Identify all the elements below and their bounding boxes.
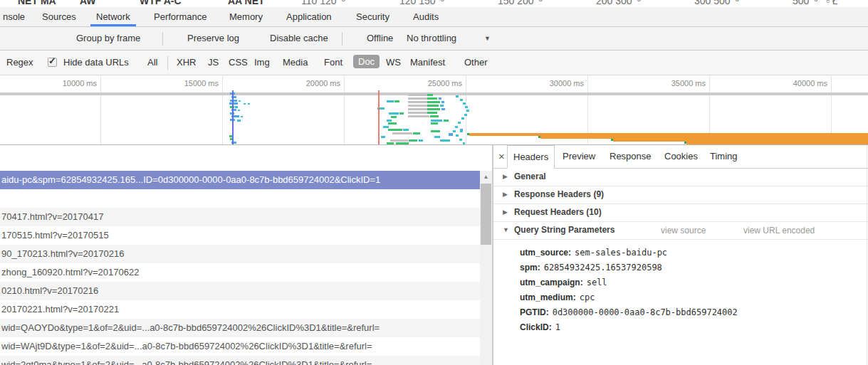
- regex-label[interactable]: Regex: [6, 57, 33, 68]
- param-row: utm_medium:cpc: [520, 289, 595, 304]
- request-row[interactable]: 20170221.html?v=20170221: [0, 300, 480, 319]
- tab-network[interactable]: Network: [96, 7, 130, 26]
- waterfall-bar: [427, 97, 437, 100]
- details-tab-preview[interactable]: Preview: [563, 145, 595, 168]
- details-tab-headers[interactable]: Headers: [507, 145, 555, 169]
- network-overview-band[interactable]: [0, 95, 868, 144]
- request-row[interactable]: 170515.html?v=20170515: [0, 226, 480, 245]
- group-by-frame-label[interactable]: Group by frame: [76, 33, 140, 43]
- waterfall-bar: [431, 122, 438, 125]
- param-key: ClickID:: [520, 322, 552, 332]
- tab-nsole[interactable]: nsole: [3, 7, 25, 26]
- request-row[interactable]: [0, 189, 480, 208]
- hide-data-urls-label[interactable]: Hide data URLs: [63, 57, 129, 68]
- view-URL-encoded-link[interactable]: view URL encoded: [743, 226, 815, 236]
- param-row: PGTID:0d300000-0000-0aa0-8c7b-bbd6597240…: [520, 304, 738, 319]
- active-tab-underline: [90, 24, 136, 26]
- request-row[interactable]: wid=QAOYDo&type=1&of=2&uid=...a0-8c7b-bb…: [0, 319, 480, 337]
- section-general[interactable]: ▶General: [493, 169, 868, 186]
- waterfall-bar: [434, 136, 440, 138]
- filter-other[interactable]: Other: [464, 57, 488, 68]
- tab-audits[interactable]: Audits: [413, 7, 439, 26]
- filter-font[interactable]: Font: [324, 57, 343, 68]
- triangle-expanded-icon[interactable]: ▼: [503, 226, 509, 233]
- throttling-select[interactable]: No throttling: [407, 33, 456, 43]
- param-row: spm:62854932425.16537920598: [520, 259, 662, 274]
- waterfall-bar: [239, 100, 241, 102]
- waterfall-bar: [449, 133, 453, 136]
- waterfall-bar: [441, 101, 444, 103]
- param-key: utm_source:: [520, 248, 571, 258]
- filter-separator: [167, 56, 168, 70]
- view-source-link[interactable]: view source: [661, 226, 706, 236]
- filter-all[interactable]: All: [147, 57, 157, 68]
- request-row[interactable]: zhong_160920.html?v=20170622: [0, 263, 480, 282]
- waterfall-bar: [419, 139, 423, 142]
- offline-label[interactable]: Offline: [367, 33, 393, 43]
- details-tab-bar: × HeadersPreviewResponseCookiesTiming: [493, 145, 868, 169]
- triangle-collapsed-icon[interactable]: ▶: [503, 191, 508, 198]
- background-text-fragment: NET MA: [18, 0, 56, 7]
- waterfall-bar: [408, 105, 427, 107]
- param-value: sem-sales-baidu-pc: [575, 248, 667, 258]
- preserve-log-label[interactable]: Preserve log: [187, 33, 239, 43]
- waterfall-bar: [238, 110, 240, 111]
- filter-xhr[interactable]: XHR: [177, 57, 196, 68]
- hide-data-urls-checkbox[interactable]: ✓: [48, 58, 57, 67]
- param-value: 62854932425.16537920598: [544, 263, 662, 273]
- tab-performance[interactable]: Performance: [154, 7, 206, 26]
- request-list-scrollbar[interactable]: ▲: [480, 171, 492, 365]
- waterfall-bar: [408, 108, 427, 110]
- tab-security[interactable]: Security: [356, 7, 389, 26]
- request-row[interactable]: 70417.html?v=20170417: [0, 208, 480, 226]
- details-tab-response[interactable]: Response: [610, 145, 652, 168]
- tab-sources[interactable]: Sources: [42, 7, 76, 26]
- waterfall-bar: [403, 129, 409, 131]
- close-icon[interactable]: ×: [498, 145, 505, 168]
- background-price-fragment: 500⁻³: [793, 0, 817, 7]
- waterfall-bar: [439, 97, 441, 100]
- waterfall-bar: [408, 115, 429, 117]
- cropped-icon-remnant: :: [0, 31, 1, 43]
- filter-img[interactable]: Img: [254, 57, 270, 68]
- waterfall-bar: [427, 112, 437, 114]
- waterfall-bar: [465, 106, 468, 108]
- scrollbar-thumb[interactable]: [481, 184, 491, 245]
- chevron-down-icon[interactable]: ▼: [484, 35, 491, 42]
- param-key: utm_medium:: [520, 292, 576, 302]
- request-row[interactable]: 0210.html?v=20170216: [0, 282, 480, 300]
- devtools-tab-bar: nsoleSourcesNetworkPerformanceMemoryAppl…: [0, 7, 868, 27]
- details-tab-cookies[interactable]: Cookies: [664, 145, 698, 168]
- filter-js[interactable]: JS: [208, 57, 219, 68]
- disable-cache-label[interactable]: Disable cache: [270, 33, 328, 43]
- section-response-headers-9-[interactable]: ▶Response Headers (9): [493, 186, 868, 204]
- request-row[interactable]: wid=WAjt9D&type=1&of=2&uid=...a0-8c7b-bb…: [0, 337, 480, 356]
- scroll-up-icon[interactable]: ▲: [480, 171, 492, 183]
- filter-doc[interactable]: Doc: [353, 55, 380, 68]
- filter-css[interactable]: CSS: [229, 57, 248, 68]
- timeline-ruler: 10000 ms15000 ms20000 ms25000 ms30000 ms…: [0, 75, 868, 92]
- waterfall-bar: [241, 116, 243, 117]
- param-key: utm_campaign:: [520, 277, 583, 287]
- request-row[interactable]: wid=2gt0ma&type=1&of=2&uid=...a0-8c7b-bb…: [0, 356, 480, 365]
- waterfall-bar: [408, 112, 427, 114]
- section-query-string-parameters[interactable]: ▼Query String Parametersview sourceview …: [493, 222, 868, 240]
- background-price-fragment: 120 150⁻³: [399, 0, 444, 7]
- triangle-collapsed-icon[interactable]: ▶: [503, 173, 508, 180]
- waterfall-bar: [458, 122, 461, 124]
- waterfall-bar: [394, 100, 399, 102]
- waterfall-bar: [466, 110, 469, 112]
- waterfall-bar: [463, 102, 466, 105]
- filter-manifest[interactable]: Manifest: [410, 57, 445, 68]
- tab-memory[interactable]: Memory: [229, 7, 263, 26]
- filter-ws[interactable]: WS: [386, 57, 401, 68]
- request-row[interactable]: aidu-pc&spm=62854932425.165...ID=0d30000…: [0, 171, 480, 189]
- triangle-collapsed-icon[interactable]: ▶: [503, 208, 508, 216]
- filter-media[interactable]: Media: [283, 57, 308, 68]
- waterfall-bar: [235, 106, 238, 108]
- request-row[interactable]: 90_170213.html?v=20170216: [0, 245, 480, 263]
- section-request-headers-10-[interactable]: ▶Request Headers (10): [493, 204, 868, 222]
- tab-application[interactable]: Application: [286, 7, 332, 26]
- ruler-tick-label: 20000 ms: [306, 79, 340, 88]
- details-tab-timing[interactable]: Timing: [710, 145, 738, 168]
